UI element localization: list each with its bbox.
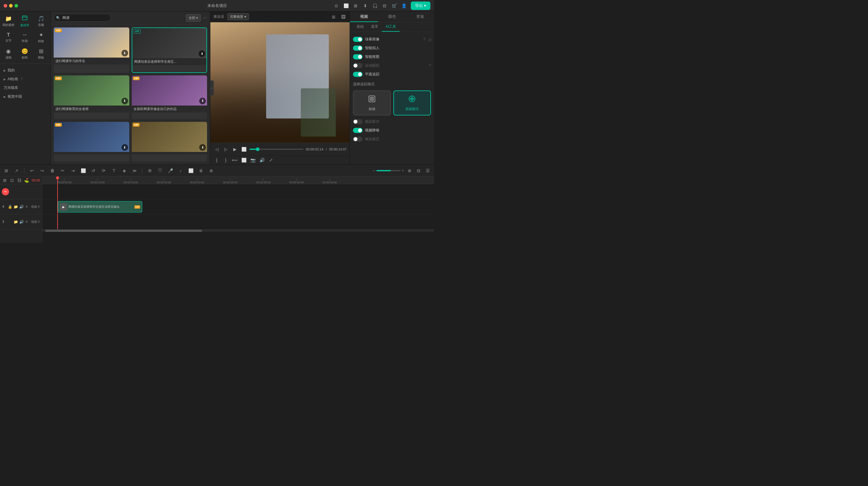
add-track-icon[interactable]: ⊕ [406,167,413,174]
zoom-slider[interactable] [376,170,401,171]
tab-speed[interactable]: 变速 [406,11,434,22]
mode-auto[interactable]: 自动 [353,90,391,116]
video-clip[interactable]: ▶ 网课结束后老师和学生相互说再见镜头 VIP [58,201,142,213]
record-icon[interactable]: ⊙ [334,3,339,8]
grid-icon[interactable]: ⊞ [353,3,358,8]
track-lock-icon[interactable]: 🔒 [8,205,12,209]
help-icon[interactable]: ？ [20,77,24,82]
collapse-library-icon[interactable]: ‹ [210,81,214,96]
nav-library[interactable]: 素材库 [17,13,33,29]
monitor-icon[interactable]: 🖥 [198,167,204,174]
green-screen-settings-icon[interactable]: ◁ [428,37,431,42]
redo-icon[interactable]: ↪ [39,167,45,174]
subtab-basic[interactable]: 基础 [353,22,367,32]
more-tools-icon[interactable]: ≫ [131,167,138,174]
nav-template[interactable]: ⊞ 模板 [33,46,49,61]
mark-in-icon[interactable]: { [213,157,220,163]
nav-text[interactable]: T 文字 [1,30,16,45]
stabilize-toggle[interactable] [353,119,363,124]
shield-icon[interactable]: ⛉ [157,167,163,174]
window-controls[interactable] [4,4,18,7]
nav-sticker[interactable]: 😊 贴纸 [17,46,33,61]
download-icon-2[interactable]: ⬇ [198,50,205,57]
rect-icon[interactable]: ⬜ [80,167,87,174]
track-type-icon[interactable]: ⊞ [3,167,10,174]
minimize-btn[interactable] [9,4,13,7]
track-folder-icon[interactable]: 📁 [13,205,18,209]
sidebar-item-wanxing[interactable]: 万兴喵库 [0,84,50,92]
mic-icon[interactable]: 🎤 [167,167,174,174]
mode-advanced[interactable]: 高级模式 [393,90,431,116]
layout-view-icon[interactable]: ⊟ [415,167,422,174]
text-tool-icon[interactable]: T [111,167,117,174]
track-folder-icon-3[interactable]: 📁 [13,220,18,224]
stop-icon[interactable]: ⬜ [241,146,247,153]
download-icon-6[interactable]: ⬇ [199,144,206,151]
quality-select[interactable]: 完整画质 ▾ [227,13,249,20]
tab-video[interactable]: 视频 [350,11,378,22]
progress-bar[interactable] [250,149,304,150]
green-screen-toggle[interactable] [353,37,363,42]
subtab-mask[interactable]: 遮罩 [367,22,382,32]
plane-tracking-toggle[interactable] [353,72,363,77]
flag-icon[interactable]: ⛳ [24,177,30,184]
screen-icon[interactable]: ⬜ [343,3,349,8]
tab-color[interactable]: 颜色 [378,11,406,22]
cut-icon[interactable]: ✂ [59,167,66,174]
close-btn[interactable] [4,4,7,7]
layout-icon[interactable]: ⊟ [382,3,387,8]
track-eye-icon-3[interactable]: 👁 [25,220,29,224]
link-icon[interactable]: ⛓ [16,177,22,184]
grid-view-icon[interactable]: ⊞ [330,13,337,20]
download-icon[interactable]: ⬇ [363,3,368,8]
playhead[interactable] [57,176,58,184]
smart-cutout-toggle[interactable] [353,54,363,59]
crop-icon[interactable]: ⇥ [70,167,76,174]
subtab-ai[interactable]: AI工具 [382,22,400,32]
track-audio-icon-3[interactable]: 🔊 [19,220,24,224]
export-button[interactable]: 导出 ▾ [411,1,430,10]
sidebar-item-visual-china[interactable]: ▶ 视觉中国 [0,92,50,101]
media-card-4[interactable]: VIP ⬇ 女孩听网课并修改自己的作品 [132,75,207,120]
media-card-selected[interactable]: VIP ⬇ 网课结束后老师和学生相互... [132,27,207,73]
maximize-btn[interactable] [14,4,18,7]
play-slow-icon[interactable]: ▷ [222,146,229,153]
sidebar-item-ai-draw[interactable]: ▶ AI绘画 ？ [0,75,50,84]
smart-avatar-toggle[interactable] [353,45,363,51]
media-card-6[interactable]: VIP ⬇ [132,122,207,161]
resize-icon[interactable]: ⤢ [268,157,274,163]
mute-icon[interactable]: ⊗ [208,167,215,174]
split-audio-icon[interactable]: ⟸ [231,157,238,163]
download-icon-3[interactable]: ⬇ [121,98,128,104]
screen-rec-icon[interactable]: ⬜ [187,167,194,174]
snapshot-icon[interactable]: 📷 [250,157,256,163]
image-icon[interactable]: 🖼 [340,13,347,20]
prev-frame-icon[interactable]: ◁ [213,146,220,153]
scrollbar-thumb[interactable] [45,230,202,232]
sidebar-item-my[interactable]: ▶ 我的 [0,66,50,75]
nav-transition[interactable]: ↔ 转场 [17,30,33,45]
fullscreen-icon[interactable]: ⬜ [241,157,247,163]
horizontal-scrollbar[interactable] [42,230,434,232]
list-view-icon[interactable]: ☰ [424,167,431,174]
media-card-3[interactable]: VIP ⬇ 进行网课教育的女老师 [54,75,129,120]
undo-icon[interactable]: ↩ [29,167,35,174]
motion-tracking-toggle[interactable] [353,63,363,68]
download-icon[interactable]: ⬇ [121,50,128,56]
filter-button[interactable]: 全部 ▾ [186,14,201,22]
music-icon[interactable]: ♪ [177,167,184,174]
track-eye-icon[interactable]: 👁 [25,205,29,209]
nav-my-assets[interactable]: 📁 我的素材 [1,13,16,29]
media-card-5[interactable]: VIP ⬇ [54,122,129,161]
add-row-icon[interactable]: ⊞ [2,177,8,184]
download-icon-5[interactable]: ⬇ [121,144,128,151]
mark-out-icon[interactable]: } [222,157,229,163]
headphone-icon[interactable]: 🎧 [372,3,378,8]
nav-filter[interactable]: ◉ 滤镜 [1,46,16,61]
flip-icon[interactable]: ⟳ [100,167,107,174]
rotate-icon[interactable]: ↺ [90,167,97,174]
nav-effects[interactable]: ✦ 特效 [33,30,49,45]
download-icon-4[interactable]: ⬇ [199,98,206,104]
marker-icon[interactable]: ◈ [121,167,127,174]
motion-tracking-help-icon[interactable]: ? [429,64,431,68]
